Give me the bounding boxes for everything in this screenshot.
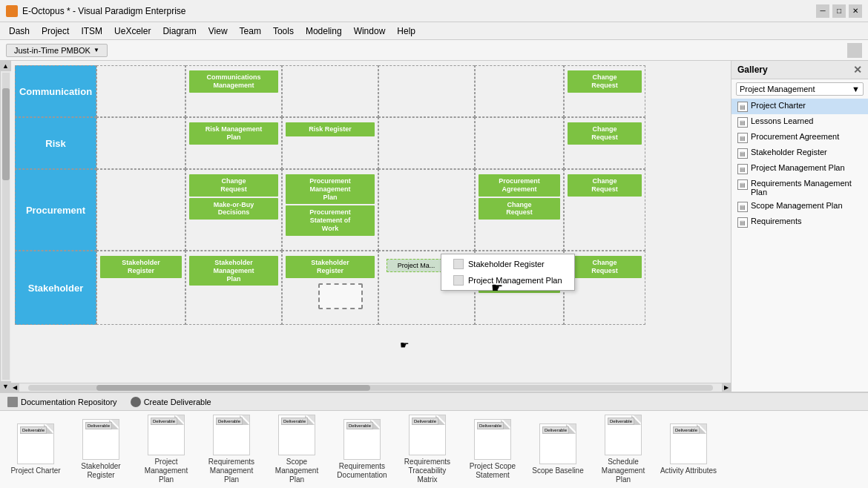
h-scroll-left-btn[interactable]: ◀ [10, 383, 19, 392]
gallery-item-project-charter[interactable]: Project Charter [731, 99, 868, 114]
deliverable-item-7[interactable]: DeliverableProject Scope Statement [463, 419, 522, 480]
context-item-icon-1 [453, 259, 464, 269]
gallery-item-project-mgmt-plan[interactable]: Project Management Plan [731, 161, 868, 177]
drag-cursor-icon-2: ☛ [400, 339, 410, 351]
deliverable-label-4: Scope Management Plan [267, 458, 326, 484]
gallery-item-lessons-learned[interactable]: Lessons Learned [731, 114, 868, 130]
deliverable-item-1[interactable]: DeliverableStakeholder Register [71, 419, 131, 480]
gallery-item-requirements[interactable]: Requirements [731, 214, 868, 230]
box-stake-mgmt-plan[interactable]: StakeholderManagementPlan [189, 256, 278, 286]
box-comm-change[interactable]: ChangeRequest [568, 70, 642, 93]
chevron-down-icon: ▼ [93, 47, 99, 53]
box-comm-mgmt[interactable]: CommunicationsManagement [189, 70, 278, 93]
close-button[interactable]: ✕ [849, 4, 862, 18]
deliverable-item-9[interactable]: DeliverableSchedule Management Plan [594, 415, 653, 484]
window-controls[interactable]: ─ □ ✕ [816, 4, 862, 18]
box-risk-change[interactable]: ChangeRequest [568, 122, 642, 145]
box-risk-mgmt[interactable]: Risk ManagementPlan [189, 122, 278, 145]
context-item-project-mgmt-plan[interactable]: Project Management Plan [441, 272, 574, 288]
gallery-header: Gallery ✕ [731, 61, 868, 79]
gallery-title: Gallery [737, 65, 768, 75]
menu-item-tools[interactable]: Tools [267, 24, 300, 38]
deliverable-item-10[interactable]: DeliverableActivity Attributes [659, 423, 718, 475]
gallery-list: Project Charter Lessons Learned Procurem… [731, 99, 868, 392]
left-vscroll: ▲ ▼ [0, 61, 10, 392]
tab-create-deliverable[interactable]: Create Deliverable [128, 395, 214, 409]
gallery-icon-req-mgmt-plan [737, 179, 748, 190]
box-proc-change[interactable]: ChangeRequest [189, 174, 278, 197]
menu-item-dash[interactable]: Dash [3, 24, 36, 38]
gallery-item-procurement-agreement[interactable]: Procurement Agreement [731, 130, 868, 145]
box-stake-change2[interactable]: ChangeRequest [568, 256, 642, 278]
gallery-item-scope-mgmt-plan[interactable]: Scope Management Plan [731, 199, 868, 214]
menu-item-uexceler[interactable]: UeXceler [108, 24, 157, 38]
gallery-dropdown-label: Project Management [740, 85, 815, 93]
tab-doc-repo-label: Documentation Repository [21, 398, 117, 406]
breadcrumb-button[interactable]: Just-in-Time PMBOK ▼ [6, 44, 108, 57]
box-proc-sow[interactable]: ProcurementStatement ofWork [286, 205, 375, 235]
panel-toggle-button[interactable] [847, 43, 862, 58]
menu-item-project[interactable]: Project [36, 24, 75, 38]
gallery-label-procurement-agreement: Procurement Agreement [751, 132, 839, 141]
box-make-or-buy[interactable]: Make-or-BuyDecisions [189, 198, 278, 220]
context-item-label-1: Stakeholder Register [468, 260, 545, 268]
box-proc-mgmt-plan[interactable]: ProcurementManagementPlan [286, 174, 375, 204]
deliverable-icon-6: Deliverable [409, 415, 446, 455]
deliverable-label-1: Stakeholder Register [71, 462, 131, 480]
menu-item-help[interactable]: Help [391, 24, 421, 38]
box-risk-register[interactable]: Risk Register [286, 122, 375, 136]
box-stake-register2[interactable]: StakeholderRegister [286, 256, 375, 278]
menu-item-window[interactable]: Window [348, 24, 392, 38]
gallery-icon-scope-mgmt-plan [737, 202, 748, 212]
minimize-button[interactable]: ─ [816, 4, 829, 18]
deliverable-badge-7: Deliverable [477, 422, 504, 429]
scroll-up-btn[interactable]: ▲ [1, 61, 11, 71]
gallery-dropdown[interactable]: Project Management ▼ [736, 82, 864, 96]
deliverable-item-4[interactable]: DeliverableScope Management Plan [267, 415, 326, 484]
menu-item-team[interactable]: Team [234, 24, 267, 38]
gallery-item-req-mgmt-plan[interactable]: Requirements Management Plan [731, 177, 868, 199]
menu-item-modeling[interactable]: Modeling [300, 24, 348, 38]
vscroll-thumb [2, 88, 10, 180]
menu-item-view[interactable]: View [203, 24, 234, 38]
deliverable-item-0[interactable]: DeliverableProject Charter [6, 423, 65, 475]
h-scrollbar[interactable]: ◀ ▶ [10, 383, 731, 392]
cell-stake-1: StakeholderRegister [96, 251, 185, 325]
gallery-icon-procurement-agreement [737, 133, 748, 143]
gallery-item-stakeholder-register[interactable]: Stakeholder Register [731, 145, 868, 161]
h-scroll-right-btn[interactable]: ▶ [722, 383, 731, 392]
scroll-down-btn[interactable]: ▼ [1, 381, 11, 392]
menu-bar: DashProjectITSMUeXcelerDiagramViewTeamTo… [0, 22, 868, 40]
cell-comm-3 [282, 65, 378, 117]
doc-repo-icon [7, 397, 18, 407]
app-title: E-Octopus * - Visual Paradigm Enterprise [22, 6, 186, 16]
cell-proc-3: ProcurementManagementPlan ProcurementSta… [282, 169, 378, 251]
diagram-scroll-area[interactable]: Communication CommunicationsManagement C… [10, 61, 731, 383]
row-stakeholder: Stakeholder StakeholderRegister Stakehol… [15, 251, 726, 325]
gallery-icon-project-charter [737, 102, 748, 112]
cell-risk-4 [378, 117, 475, 169]
deliverable-item-6[interactable]: DeliverableRequirements Traceability Mat… [398, 415, 457, 484]
cell-risk-6: ChangeRequest [564, 117, 645, 169]
deliverable-item-8[interactable]: DeliverableScope Baseline [528, 423, 588, 475]
deliverable-item-5[interactable]: DeliverableRequirements Documentation [332, 419, 392, 480]
cell-proc-4 [378, 169, 475, 251]
box-stake-register1[interactable]: StakeholderRegister [100, 256, 182, 278]
tab-documentation-repository[interactable]: Documentation Repository [4, 395, 120, 409]
box-proc-agreement[interactable]: ProcurementAgreement [479, 174, 560, 197]
context-item-stakeholder-register[interactable]: Stakeholder Register [441, 256, 574, 272]
cell-comm-1 [96, 65, 185, 117]
box-proc-change3[interactable]: ChangeRequest [568, 174, 642, 197]
deliverable-badge-0: Deliverable [20, 426, 47, 434]
menu-item-itsm[interactable]: ITSM [75, 24, 108, 38]
box-proc-change2[interactable]: ChangeRequest [479, 198, 560, 220]
deliverable-label-10: Activity Attributes [660, 466, 717, 475]
vscroll-track [2, 73, 10, 380]
maximize-button[interactable]: □ [832, 4, 846, 18]
deliverable-label-2: Project Management Plan [137, 458, 196, 484]
deliverable-item-3[interactable]: DeliverableRequirements Management Plan [202, 415, 261, 484]
cell-stake-3: StakeholderRegister [282, 251, 378, 325]
gallery-close-button[interactable]: ✕ [853, 64, 862, 76]
menu-item-diagram[interactable]: Diagram [157, 24, 202, 38]
deliverable-item-2[interactable]: DeliverableProject Management Plan [137, 415, 196, 484]
